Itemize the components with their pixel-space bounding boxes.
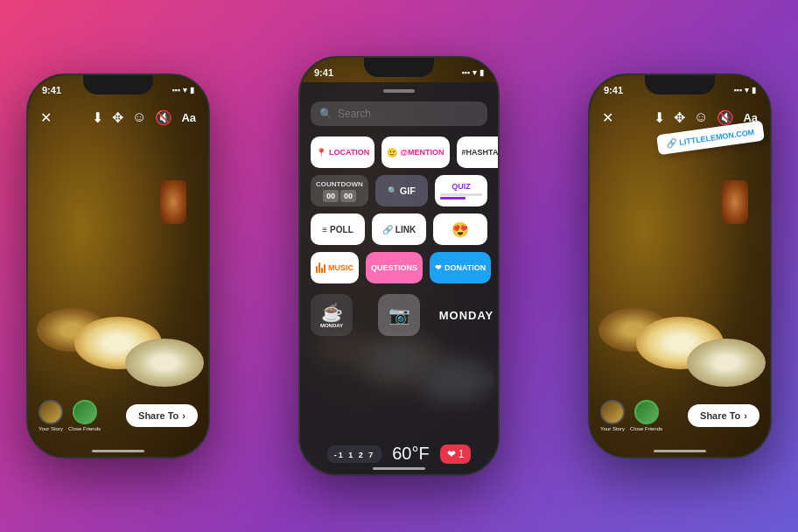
signal-icon-left: ▪▪▪ (172, 86, 180, 94)
notch-right (645, 75, 715, 94)
countdown-sticker[interactable]: COUNTDOWN 00 00 (311, 175, 368, 206)
share-label-right: Share To (700, 410, 740, 421)
status-icons-right: ▪▪▪ ▾ ▮ (733, 86, 756, 94)
mute-icon-right[interactable]: 🔇 (717, 109, 734, 126)
music-bars-icon (316, 262, 326, 273)
countdown-label: COUNTDOWN (316, 180, 363, 188)
phone-right-screen: 🔗 LITTLELEMON.COM 9:41 ▪▪▪ ▾ ▮ ✕ ⬇ ✥ ☺ (590, 75, 770, 457)
your-story-item-left[interactable]: Your Story (38, 400, 63, 431)
wifi-icon-left: ▾ (183, 86, 187, 94)
battery-icon-right: ▮ (752, 86, 756, 94)
link-label: LINK (396, 225, 416, 234)
status-icons-left: ▪▪▪ ▾ ▮ (172, 86, 194, 94)
food-cup (160, 180, 186, 224)
move-icon-left[interactable]: ✥ (112, 109, 123, 126)
quiz-label: QUIZ (452, 182, 471, 191)
tray-heart-button[interactable]: ❤ 1 (440, 444, 472, 464)
mention-sticker[interactable]: 🙂 @MENTION (382, 136, 449, 168)
notch-left (83, 75, 153, 94)
download-icon-right[interactable]: ⬇ (654, 109, 665, 126)
phone-center-screen: 9:41 ▪▪▪ ▾ ▮ 🔍 (300, 58, 498, 474)
status-time-center: 9:41 (314, 67, 333, 78)
hashtag-label: #HASHTAG (462, 148, 498, 157)
phone-left: 9:41 ▪▪▪ ▾ ▮ ✕ ⬇ ✥ ☺ 🔇 Aa (26, 74, 210, 458)
sticker-row-3: ≡ POLL 🔗 LINK 😍 (311, 214, 487, 245)
close-button-left[interactable]: ✕ (40, 109, 52, 126)
questions-sticker[interactable]: QUESTIONS (366, 252, 423, 284)
monday-mug-sticker[interactable]: ☕ MONDAY (311, 294, 353, 336)
donation-label: DONATION (444, 263, 486, 272)
status-icons-center: ▪▪▪ ▾ ▮ (461, 68, 484, 77)
close-friends-item-left[interactable]: Close Friends (68, 400, 101, 431)
phone-right: 🔗 LITTLELEMON.COM 9:41 ▪▪▪ ▾ ▮ ✕ ⬇ ✥ ☺ (588, 74, 772, 458)
sticker-row-1: 📍 LOCATION 🙂 @MENTION #HASHTAG (311, 136, 487, 168)
face-icon-right[interactable]: ☺ (694, 109, 708, 125)
location-sticker[interactable]: 📍 LOCATION (311, 136, 374, 168)
bottom-bar-right: Your Story Close Friends Share To › (590, 387, 770, 457)
battery-icon-center: ▮ (480, 68, 484, 77)
battery-icon-left: ▮ (190, 86, 194, 94)
mention-label: @MENTION (400, 148, 444, 157)
face-icon-left[interactable]: ☺ (132, 109, 146, 125)
camera-emoji: 📷 (388, 304, 410, 326)
your-story-label-left: Your Story (38, 426, 63, 431)
story-avatars-left: Your Story Close Friends (38, 400, 126, 431)
download-icon-left[interactable]: ⬇ (92, 109, 103, 126)
text-icon-left[interactable]: Aa (181, 111, 196, 124)
monday-mug-label: MONDAY (320, 323, 343, 328)
hashtag-sticker[interactable]: #HASHTAG (457, 136, 498, 168)
music-label: MUSIC (328, 263, 354, 272)
location-pin-icon: 📍 (316, 148, 326, 158)
poll-sticker[interactable]: ≡ POLL (311, 214, 365, 245)
heart-icon: ❤ (447, 448, 456, 460)
search-input[interactable] (338, 108, 479, 120)
story-avatars-right: Your Story Close Friends (600, 400, 688, 431)
quiz-bars (440, 193, 482, 200)
mention-emoji-icon: 🙂 (387, 148, 397, 158)
wifi-icon-right: ▾ (745, 86, 749, 94)
link-sticker[interactable]: 🔗 LINK (372, 214, 426, 245)
your-story-avatar-left (38, 400, 63, 424)
status-time-right: 9:41 (604, 85, 623, 95)
gif-sticker[interactable]: 🔍 GIF (375, 175, 428, 206)
share-button-right[interactable]: Share To › (688, 404, 760, 427)
share-label-left: Share To (138, 410, 178, 421)
monday-text-sticker[interactable]: MONDAY (445, 294, 487, 336)
tray-temperature[interactable]: 60°F (392, 444, 429, 464)
tray-numbers-label: -1 1 2 7 (334, 451, 375, 459)
link-icon-lemon: 🔗 (665, 137, 676, 149)
donation-sticker[interactable]: ❤ DONATION (430, 252, 491, 284)
sticker-panel: 🔍 📍 LOCATION 🙂 @MENTION (300, 82, 498, 474)
emoji-sticker[interactable]: 😍 (433, 214, 487, 245)
signal-icon-center: ▪▪▪ (461, 68, 470, 77)
close-button-right[interactable]: ✕ (602, 109, 613, 126)
heart-eyes-emoji: 😍 (452, 221, 469, 238)
share-button-left[interactable]: Share To › (126, 404, 198, 427)
home-indicator-center (373, 467, 425, 470)
quiz-sticker[interactable]: QUIZ (435, 175, 487, 206)
wifi-icon-center: ▾ (472, 68, 477, 77)
poll-icon: ≡ (322, 225, 327, 234)
tray-numbers[interactable]: -1 1 2 7 (327, 445, 382, 463)
phone-left-screen: 9:41 ▪▪▪ ▾ ▮ ✕ ⬇ ✥ ☺ 🔇 Aa (28, 75, 208, 457)
move-icon-right[interactable]: ✥ (674, 109, 685, 126)
close-friends-label-right: Close Friends (630, 426, 662, 431)
your-story-label-right: Your Story (600, 426, 625, 431)
close-friends-item-right[interactable]: Close Friends (630, 400, 662, 431)
sticker-row-2: COUNTDOWN 00 00 🔍 GIF QUIZ (311, 175, 487, 206)
donation-heart-icon: ❤ (435, 263, 442, 272)
food-bowl-right (636, 317, 724, 369)
camera-sticker[interactable]: 📷 (378, 294, 420, 336)
mute-icon-left[interactable]: 🔇 (155, 109, 172, 126)
gif-search-icon: 🔍 (388, 186, 397, 195)
your-story-item-right[interactable]: Your Story (600, 400, 625, 431)
heart-count: 1 (458, 448, 465, 460)
search-bar[interactable]: 🔍 (311, 102, 487, 126)
home-indicator-left (92, 450, 144, 452)
questions-label: QUESTIONS (371, 263, 417, 272)
notch-center (364, 58, 434, 77)
sticker-row-5: ☕ MONDAY 📷 MONDAY (311, 294, 487, 336)
music-sticker[interactable]: MUSIC (311, 252, 359, 284)
your-story-avatar-right (600, 400, 625, 424)
sticker-row-4: MUSIC QUESTIONS ❤ DONATION (311, 252, 487, 284)
